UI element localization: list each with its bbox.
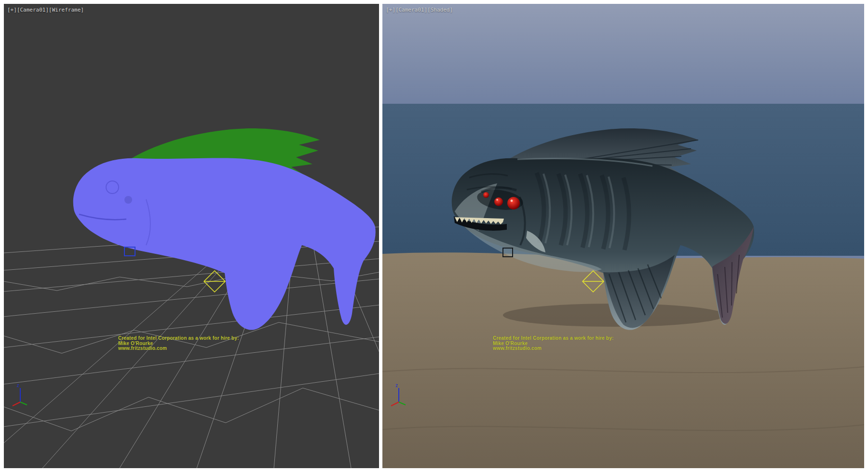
axis-y-line bbox=[20, 402, 27, 405]
axis-z-label: z bbox=[395, 383, 398, 388]
sky bbox=[382, 4, 864, 104]
fish-eye-large bbox=[507, 197, 520, 209]
viewport-menu-shading[interactable]: [Wireframe] bbox=[49, 7, 84, 13]
world-axis-tripod: z bbox=[9, 382, 33, 408]
watermark-line3: www.fritzstudio.com bbox=[493, 346, 613, 351]
watermark-line1: Created for Intel Corporation as a work … bbox=[118, 336, 239, 341]
shaded-scene bbox=[382, 4, 864, 468]
viewport-menu-camera[interactable]: [Camera01] bbox=[17, 7, 49, 13]
viewport-label-left: [+] [Camera01] [Wireframe] bbox=[7, 7, 84, 13]
fish-eye-spec-2 bbox=[496, 199, 498, 201]
viewport-label-right: [+] [Camera01] [Shaded] bbox=[386, 7, 453, 13]
world-axis-tripod: z bbox=[387, 382, 411, 408]
axis-y-line bbox=[399, 402, 406, 405]
fish-eye-spec-1 bbox=[511, 200, 513, 202]
watermark: Created for Intel Corporation as a work … bbox=[118, 336, 239, 351]
fish-eye-mid bbox=[494, 197, 503, 206]
axis-x-line bbox=[13, 402, 20, 406]
watermark-line1: Created for Intel Corporation as a work … bbox=[493, 336, 613, 341]
fish-eye-small bbox=[483, 192, 489, 198]
fish-body[interactable] bbox=[73, 158, 376, 330]
axis-x-line bbox=[391, 402, 399, 406]
viewport-shaded[interactable]: [+] [Camera01] [Shaded] Created for Inte… bbox=[382, 4, 864, 468]
watermark: Created for Intel Corporation as a work … bbox=[493, 336, 613, 351]
viewport-wireframe[interactable]: [+] [Camera01] [Wireframe] Created for I… bbox=[4, 4, 379, 468]
watermark-line3: www.fritzstudio.com bbox=[118, 346, 239, 351]
viewport-menu-camera[interactable]: [Camera01] bbox=[395, 7, 427, 13]
wireframe-scene bbox=[4, 4, 379, 468]
fish-eye-spot bbox=[124, 196, 132, 204]
viewport-menu-plus[interactable]: [+] bbox=[7, 7, 17, 13]
viewport-menu-plus[interactable]: [+] bbox=[386, 7, 395, 13]
viewport-menu-shading[interactable]: [Shaded] bbox=[427, 7, 453, 13]
axis-z-label: z bbox=[17, 383, 19, 388]
